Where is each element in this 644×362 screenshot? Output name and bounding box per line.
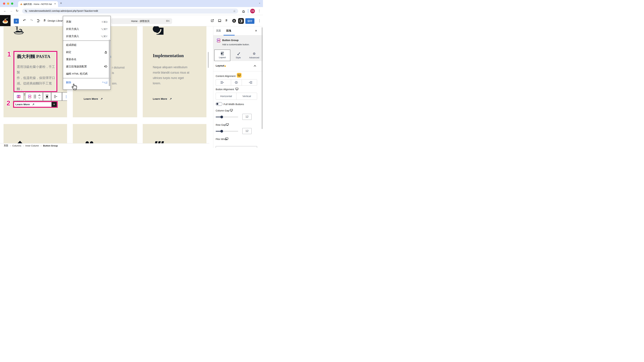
annotation-number-2: 2 — [6, 100, 10, 106]
column-gap-input[interactable]: 12 — [242, 114, 252, 120]
extensions-icon[interactable] — [242, 9, 245, 13]
move-up-icon[interactable] — [38, 94, 40, 96]
horizontal-button[interactable]: Horizontal — [216, 93, 236, 99]
breadcrumb-item-button-group[interactable]: Button Group — [43, 144, 58, 147]
list-view-icon[interactable] — [37, 19, 40, 22]
document-title-bar[interactable]: Home · 靜態首頁 ⌘K — [111, 18, 172, 24]
menu-item-insert-after[interactable]: 於後方插入 ⌥⌘Y — [63, 33, 110, 40]
b-logo-icon[interactable]: B — [232, 19, 236, 23]
selected-block-outline[interactable]: 義大利麵 PASTA 選用頂級杜蘭小麥粉，手工製 作，低溫乾燥，保留彈牙口 感。… — [14, 51, 57, 92]
browser-menu-icon[interactable]: ⋮ — [258, 9, 261, 13]
settings-panel-toggle[interactable] — [238, 18, 244, 24]
reload-icon[interactable]: ↻ — [16, 9, 18, 12]
card-pasta-heading[interactable]: 義大利麵 PASTA — [17, 53, 50, 59]
align-right-button[interactable] — [242, 79, 257, 85]
responsive-monitor-icon[interactable] — [235, 88, 238, 90]
site-info-icon[interactable] — [25, 10, 27, 12]
menu-item-duplicate[interactable]: 再製 ⇧⌘D — [63, 18, 110, 25]
paragraph-line: 作，低溫乾燥，保留彈牙口 — [17, 75, 56, 81]
close-sidebar-icon[interactable]: ✕ — [255, 29, 257, 32]
window-zoom-button[interactable] — [11, 2, 13, 5]
align-left-button[interactable] — [216, 79, 231, 85]
sidebar-panel-icon — [240, 19, 242, 22]
new-tab-icon[interactable]: + — [60, 1, 62, 5]
text-align-button[interactable] — [51, 92, 62, 100]
spectra-toolbar-icon[interactable]: S — [226, 19, 227, 22]
responsive-monitor-icon[interactable] — [225, 137, 228, 140]
card-implementation-paragraph[interactable]: Neque aliquam vestibulum morbi blandit c… — [153, 64, 202, 86]
menu-item-edit-html[interactable]: 編輯 HTML 程式碼 — [63, 70, 110, 77]
responsive-monitor-icon-active[interactable] — [237, 73, 242, 78]
menu-item-create-pattern[interactable]: 建立區塊版面配置 — [63, 63, 110, 70]
responsive-monitor-icon[interactable] — [226, 123, 229, 126]
back-icon[interactable]: ← — [3, 9, 6, 12]
browser-tab-strip: 🍝 編輯頁面 - Home ‹ NOTES Ital ✕ + ⌄ — [0, 0, 263, 7]
menu-item-lock[interactable]: 鎖定 — [63, 49, 110, 56]
block-appender-button[interactable]: + — [52, 102, 57, 107]
breadcrumb-item-columns[interactable]: Columns — [12, 144, 21, 147]
menu-item-group[interactable]: 組成群組 — [63, 41, 110, 49]
learn-more-link[interactable]: Learn More ↗ — [153, 97, 172, 100]
url-text[interactable]: notesdemowebsite02.com/wp-admin/post.php… — [29, 9, 98, 12]
layout-panel-header[interactable]: Layout — [213, 61, 263, 71]
align-center-button[interactable] — [231, 79, 242, 85]
slider-thumb[interactable] — [220, 130, 223, 133]
learn-more-button[interactable]: Learn More ↗ — [16, 103, 34, 106]
tab-block[interactable]: 區塊 — [226, 29, 231, 32]
select-parent-column-button[interactable] — [14, 92, 24, 101]
design-library-button[interactable]: Design Library — [48, 19, 64, 22]
vertical-button[interactable]: Vertical — [236, 93, 257, 99]
forward-icon[interactable]: → — [10, 9, 13, 12]
justification-button[interactable] — [43, 92, 51, 100]
block-info-card: Button Group Add a customizable button. … — [213, 35, 263, 61]
button-group-block-icon[interactable] — [28, 94, 32, 98]
breadcrumb-item-inner-column[interactable]: Inner Column — [25, 144, 39, 147]
browser-tab[interactable]: 🍝 編輯頁面 - Home ‹ NOTES Ital ✕ — [18, 1, 58, 7]
card-implementation-heading[interactable]: Implementation — [153, 53, 184, 58]
row-gap-input[interactable]: 12 — [242, 128, 252, 134]
window-close-button[interactable] — [3, 2, 5, 5]
tab-advanced[interactable]: ⚙ Advanced — [246, 50, 262, 61]
bookmark-star-icon[interactable]: ☆ — [233, 9, 236, 13]
tab-style[interactable]: Style — [230, 50, 246, 61]
learn-more-label: Learn More — [16, 103, 30, 106]
tab-close-icon[interactable]: ✕ — [54, 2, 56, 5]
column-gap-slider[interactable] — [216, 117, 238, 117]
editor-options-icon[interactable]: ⋮ — [258, 19, 261, 23]
sidebar-tab-bar: 頁面 區塊 ✕ — [213, 26, 263, 35]
row-gap-slider[interactable] — [216, 131, 238, 132]
paragraph-line: 感。從經典細麵到手工寬麵， — [17, 81, 56, 92]
menu-scrollbar[interactable] — [109, 39, 110, 86]
preview-external-icon[interactable] — [210, 19, 214, 22]
device-preview-icon[interactable] — [218, 19, 222, 22]
profile-avatar[interactable]: 示範 — [250, 9, 255, 13]
redo-icon[interactable]: ↷ — [30, 18, 33, 22]
tab-page[interactable]: 頁面 — [216, 29, 221, 32]
flex-wrap-select[interactable] — [216, 146, 257, 148]
menu-item-insert-before[interactable]: 於前方插入 ⌥⌘T — [63, 25, 110, 33]
move-down-icon[interactable] — [38, 97, 40, 99]
tab-layout[interactable]: Layout — [214, 50, 230, 61]
drag-handle-icon[interactable] — [34, 95, 36, 98]
canvas-scrollbar[interactable] — [208, 52, 209, 68]
learn-more-link[interactable]: Learn More ↗ — [84, 97, 103, 100]
menu-item-rename[interactable]: 重新命名 — [63, 56, 110, 63]
block-inserter-button[interactable]: + — [14, 18, 19, 24]
sidebar-scrollbar[interactable] — [262, 27, 263, 129]
site-logo[interactable]: 🍝 — [0, 15, 10, 26]
breadcrumb-separator: › — [10, 144, 11, 147]
menu-item-delete[interactable]: 刪除 ^⌥Z — [63, 79, 110, 86]
responsive-monitor-icon[interactable] — [230, 109, 233, 112]
button-group-block[interactable]: Learn More ↗ + — [13, 101, 58, 108]
save-button[interactable]: 儲存 — [245, 18, 254, 24]
block-options-icon[interactable]: ⋮ — [62, 92, 67, 100]
full-width-toggle[interactable] — [216, 102, 222, 106]
slider-thumb[interactable] — [220, 116, 223, 118]
window-minimize-button[interactable] — [7, 2, 9, 5]
undo-icon[interactable]: ↶ — [23, 18, 26, 22]
breadcrumb-item-page[interactable]: 頁面 — [4, 144, 8, 147]
tab-title: 編輯頁面 - Home ‹ NOTES Ital — [24, 3, 53, 6]
address-bar[interactable]: notesdemowebsite02.com/wp-admin/post.php… — [22, 8, 238, 13]
collapse-chevron-icon[interactable] — [254, 65, 256, 67]
tab-search-chevron-icon[interactable]: ⌄ — [258, 1, 260, 4]
